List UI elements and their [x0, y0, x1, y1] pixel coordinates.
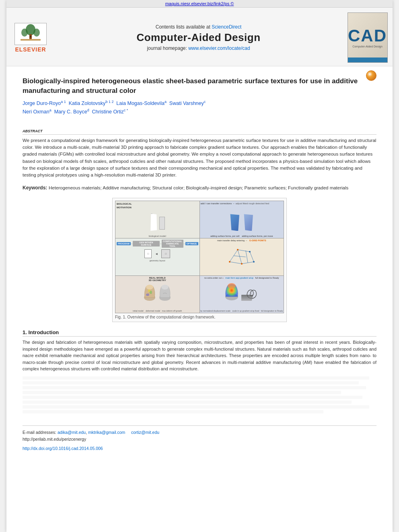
svg-rect-33	[241, 300, 252, 301]
svg-line-9	[250, 252, 254, 262]
email-2[interactable]: mktrika@gmail.com	[88, 430, 125, 435]
author-3[interactable]: Laia Mogas-Soldevilaa	[116, 101, 167, 106]
cad-cover-bottom	[348, 58, 387, 62]
intro-text: The design and fabrication of heterogene…	[23, 339, 376, 372]
footnote-section: E-mail addresses: adika@mit.edu, mktrika…	[23, 425, 376, 443]
doi-section: http://dx.doi.org/10.1016/j.cad.2014.05.…	[23, 446, 376, 451]
cad-cover-text: CAD	[348, 27, 387, 44]
authors-line: Jorge Duro-Royoa 1 Katia Zolotovskyb 1 2…	[23, 99, 376, 116]
footnote-url-link[interactable]: http://perilab.mit.edu/perizcenergy	[23, 437, 86, 442]
svg-line-8	[238, 250, 250, 252]
figure-caption: Fig. 1. Overview of the computational de…	[115, 315, 284, 319]
keywords-text: Heterogeneous materials; Additive manufa…	[49, 185, 348, 190]
elsevier-image	[14, 23, 47, 45]
svg-rect-30	[241, 296, 253, 297]
fig-panel-4: main transfer delay entering → G-GRID PO…	[200, 238, 284, 275]
intro-header: 1. Introduction	[23, 329, 376, 337]
svg-point-21	[146, 285, 153, 290]
cad-cover-subtext: Computer-Aided Design	[352, 45, 383, 48]
homepage-url[interactable]: www.elsevier.com/locate/cad	[188, 45, 250, 51]
svg-point-26	[161, 285, 169, 290]
fig-panel-6: no extra order cut + main form app gradi…	[200, 276, 284, 313]
bookmark-icon	[366, 70, 376, 81]
fig-panel-5: REAL-WORLD3D GEOMETRY	[115, 276, 200, 313]
svg-line-10	[230, 262, 242, 264]
abstract-section: abstract We present a computational desi…	[23, 127, 376, 179]
fig-panel-2: add / can transfer corrections → adjust …	[200, 201, 284, 238]
journal-center: Contents lists available at ScienceDirec…	[51, 24, 346, 51]
svg-point-15	[229, 261, 230, 263]
email-3[interactable]: cortiz@mit.edu	[131, 430, 159, 435]
top-bar: maquis.niesr.elsevier.biz/link2/ps ©	[6, 0, 393, 8]
svg-point-3	[21, 29, 28, 37]
email-1[interactable]: adika@mit.edu	[58, 430, 86, 435]
svg-rect-5	[21, 39, 41, 41]
abstract-header: abstract	[23, 127, 376, 135]
svg-rect-29	[241, 295, 253, 296]
homepage-label: journal homepage:	[147, 45, 187, 51]
svg-point-24	[148, 290, 150, 292]
author-2[interactable]: Katia Zolotovskyb 1 2	[69, 101, 114, 106]
svg-point-19	[241, 263, 243, 265]
header-section: ELSEVIER Contents lists available at Sci…	[6, 8, 393, 66]
svg-point-28	[228, 283, 236, 289]
emails-label: E-mail addresses:	[23, 430, 58, 435]
author-5[interactable]: Neri Oxmana	[23, 109, 51, 115]
cad-cover: CAD Computer-Aided Design	[346, 12, 389, 63]
fig-panel-1: BIOLOGICALMOTIVATION biological model	[115, 201, 200, 238]
svg-point-6	[30, 36, 31, 37]
footnote-url: http://perilab.mit.edu/perizcenergy	[23, 436, 376, 443]
keywords-section: Keywords: Heterogeneous materials; Addit…	[23, 185, 376, 191]
svg-line-14	[246, 251, 248, 263]
figure-box: BIOLOGICALMOTIVATION biological model	[112, 198, 287, 322]
svg-point-18	[253, 261, 255, 263]
contents-label: Contents lists available at	[156, 24, 210, 30]
svg-point-22	[146, 294, 149, 296]
science-direct-line: Contents lists available at ScienceDirec…	[59, 24, 338, 30]
elsevier-label: ELSEVIER	[15, 46, 46, 53]
svg-point-17	[249, 251, 251, 253]
figure-grid: BIOLOGICALMOTIVATION biological model	[115, 201, 284, 313]
intro-section: 1. Introduction The design and fabricati…	[23, 329, 376, 372]
body-text-block-1	[23, 376, 376, 413]
journal-title: Computer-Aided Design	[59, 31, 338, 44]
article-title: Biologically-inspired heterogeneous elas…	[23, 76, 376, 96]
svg-line-13	[238, 250, 242, 264]
author-4[interactable]: Swati Varshneyc	[169, 101, 206, 106]
author-1[interactable]: Jorge Duro-Royoa 1	[23, 101, 66, 106]
figure-section: BIOLOGICALMOTIVATION biological model	[23, 198, 376, 322]
author-7[interactable]: Christine Ortizc *	[92, 109, 128, 115]
top-bar-link[interactable]: maquis.niesr.elsevier.biz/link2/ps ©	[165, 1, 234, 6]
journal-homepage: journal homepage: www.elsevier.com/locat…	[59, 45, 338, 51]
svg-rect-31	[241, 297, 253, 298]
keywords-label: Keywords:	[23, 185, 47, 191]
svg-point-16	[237, 249, 239, 251]
page-container: maquis.niesr.elsevier.biz/link2/ps © ELS…	[6, 0, 393, 532]
author-6[interactable]: Mary C. Boyced	[54, 109, 89, 115]
cad-cover-box: CAD Computer-Aided Design	[348, 12, 388, 63]
science-direct-link[interactable]: ScienceDirect	[212, 24, 241, 30]
article-body: Biologically-inspired heterogeneous elas…	[6, 66, 393, 463]
svg-rect-32	[241, 298, 253, 300]
elsevier-logo: ELSEVIER	[10, 23, 51, 53]
abstract-text: We present a computational design framew…	[23, 137, 376, 179]
fig-panel-3: PROGRAM → GEN WOVEN SURFACE → COMPUTATIO…	[115, 238, 200, 275]
article-title-section: Biologically-inspired heterogeneous elas…	[23, 72, 376, 121]
doi-link[interactable]: http://dx.doi.org/10.1016/j.cad.2014.05.…	[23, 446, 103, 451]
svg-point-4	[33, 29, 40, 37]
footnote-emails: E-mail addresses: adika@mit.edu, mktrika…	[23, 429, 376, 436]
